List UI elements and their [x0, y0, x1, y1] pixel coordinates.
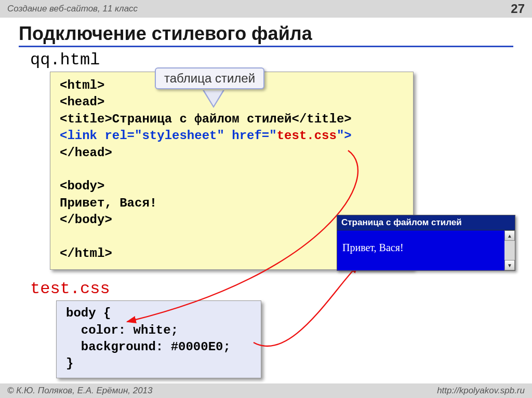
code-line: <head>: [60, 95, 104, 109]
content: qq.html таблица стилей <html> <head> <ti…: [0, 50, 532, 378]
scrollbar[interactable]: ▲ ▼: [504, 230, 515, 270]
code-line: <body>: [60, 179, 104, 193]
css-code-block: body { color: white; background: #0000E0…: [56, 300, 261, 378]
code-line-link: ">: [337, 129, 352, 143]
browser-preview: Страница с файлом стилей Привет, Вася! ▲…: [337, 215, 515, 271]
copyright: © К.Ю. Поляков, Е.А. Ерёмин, 2013: [7, 386, 153, 396]
browser-title: Страница с файлом стилей: [337, 215, 515, 230]
code-line-href: test.css: [277, 129, 337, 143]
scroll-down-icon[interactable]: ▼: [504, 260, 515, 270]
code-line: <html>: [60, 78, 104, 92]
browser-body: Привет, Вася!: [337, 230, 504, 270]
callout-label: таблица стилей: [155, 67, 264, 89]
code-line: </body>: [60, 213, 112, 227]
code-line: </head>: [60, 146, 112, 160]
callout-pointer-icon: [204, 90, 223, 106]
html-filename: qq.html: [30, 50, 513, 70]
code-line: Страница с файлом стилей: [112, 112, 292, 126]
code-line: </html>: [60, 246, 112, 260]
code-line: </title>: [291, 112, 351, 126]
top-bar: Создание веб-сайтов, 11 класс 27: [0, 0, 532, 18]
css-filename: test.css: [30, 279, 513, 298]
code-line: <title>: [60, 112, 112, 126]
code-line: Привет, Вася!: [60, 196, 157, 210]
page-number: 27: [511, 2, 525, 16]
code-line-link: <link rel="stylesheet" href=": [60, 129, 277, 143]
footer-url: http://kpolyakov.spb.ru: [437, 386, 525, 396]
footer: © К.Ю. Поляков, Е.А. Ерёмин, 2013 http:/…: [0, 383, 532, 398]
breadcrumb: Создание веб-сайтов, 11 класс: [7, 4, 138, 14]
scroll-up-icon[interactable]: ▲: [504, 230, 515, 241]
css-code: body { color: white; background: #0000E0…: [56, 300, 261, 378]
slide-title: Подключение стилевого файла: [19, 23, 513, 47]
